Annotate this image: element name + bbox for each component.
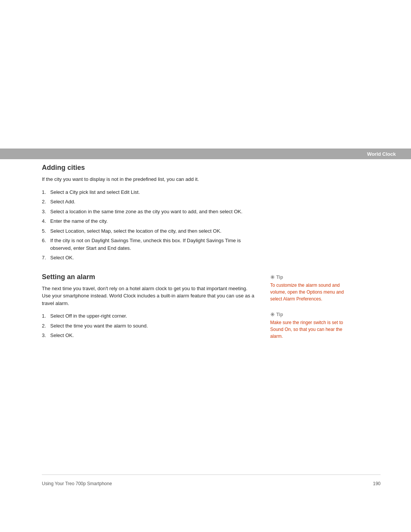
tip-block-2: ✳ Tip Make sure the ringer switch is set…	[270, 312, 346, 340]
list-item: 2. Select the time you want the alarm to…	[42, 322, 255, 330]
list-item: 3. Select OK.	[42, 332, 255, 339]
left-column: Adding cities If the city you want to di…	[42, 164, 255, 351]
list-num: 1.	[42, 312, 50, 320]
list-item: 4. Enter the name of the city.	[42, 217, 255, 225]
tip2-asterisk: ✳	[270, 312, 275, 318]
list-text: Select Off in the upper-right corner.	[50, 312, 255, 320]
list-item: 6. If the city is not on Daylight Saving…	[42, 237, 255, 252]
tip-block-1: ✳ Tip To customize the alarm sound and v…	[270, 274, 346, 302]
page-container: World Clock Adding cities If the city yo…	[0, 0, 411, 532]
list-item: 5. Select Location, select Map, select t…	[42, 227, 255, 235]
tip1-asterisk: ✳	[270, 274, 275, 280]
footer-content: Using Your Treo 700p Smartphone 190	[42, 481, 381, 486]
tip2-label: ✳ Tip	[270, 312, 346, 318]
list-num: 1.	[42, 189, 50, 196]
list-text: Select Location, select Map, select the …	[50, 227, 255, 235]
list-item: 2. Select Add.	[42, 198, 255, 206]
main-content: Adding cities If the city you want to di…	[42, 164, 381, 463]
list-text: Enter the name of the city.	[50, 217, 255, 225]
adding-cities-list: 1. Select a City pick list and select Ed…	[42, 189, 255, 262]
section-adding-cities: Adding cities If the city you want to di…	[42, 164, 255, 262]
list-num: 2.	[42, 198, 50, 206]
list-num: 7.	[42, 254, 50, 262]
header-bar-title: World Clock	[367, 151, 396, 157]
setting-alarm-heading: Setting an alarm	[42, 273, 255, 281]
footer-line	[42, 474, 381, 475]
header-bar: World Clock	[0, 149, 411, 159]
list-text: Select OK.	[50, 332, 255, 339]
list-num: 4.	[42, 217, 50, 225]
setting-alarm-intro: The next time you travel, don't rely on …	[42, 285, 255, 307]
list-num: 6.	[42, 237, 50, 244]
list-text: Select the time you want the alarm to so…	[50, 322, 255, 330]
tip1-label-text: Tip	[276, 275, 283, 280]
footer-left-text: Using Your Treo 700p Smartphone	[42, 481, 112, 486]
right-column: ✳ Tip To customize the alarm sound and v…	[270, 274, 346, 349]
section-setting-alarm: Setting an alarm The next time you trave…	[42, 273, 255, 339]
list-item: 7. Select OK.	[42, 254, 255, 262]
tip2-text: Make sure the ringer switch is set to So…	[270, 319, 346, 340]
tip2-label-text: Tip	[276, 312, 283, 317]
list-item: 1. Select Off in the upper-right corner.	[42, 312, 255, 320]
list-item: 3. Select a location in the same time zo…	[42, 208, 255, 216]
list-item: 1. Select a City pick list and select Ed…	[42, 189, 255, 196]
list-text: Select a location in the same time zone …	[50, 208, 255, 216]
list-num: 2.	[42, 322, 50, 330]
list-text: If the city is not on Daylight Savings T…	[50, 237, 255, 252]
list-text: Select OK.	[50, 254, 255, 262]
adding-cities-intro: If the city you want to display is not i…	[42, 176, 255, 183]
list-num: 3.	[42, 208, 50, 216]
setting-alarm-list: 1. Select Off in the upper-right corner.…	[42, 312, 255, 339]
tip1-text: To customize the alarm sound and volume,…	[270, 282, 346, 302]
list-text: Select a City pick list and select Edit …	[50, 189, 255, 196]
tip1-label: ✳ Tip	[270, 274, 346, 280]
list-num: 5.	[42, 227, 50, 235]
list-text: Select Add.	[50, 198, 255, 206]
footer-right-text: 190	[373, 481, 381, 486]
adding-cities-heading: Adding cities	[42, 164, 255, 172]
list-num: 3.	[42, 332, 50, 339]
